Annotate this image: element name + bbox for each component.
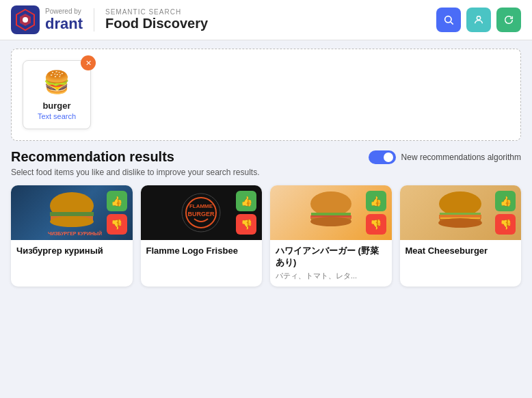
food-card-2-info: Flamme Logo Frisbee xyxy=(141,240,263,263)
card-1-like-button[interactable]: 👍 xyxy=(107,191,127,211)
search-item-card: ✕ 🍔 burger Text search xyxy=(23,60,91,129)
card-1-actions: 👍 👎 xyxy=(107,191,127,235)
card-2-dislike-button[interactable]: 👎 xyxy=(236,214,256,235)
svg-point-21 xyxy=(310,217,351,226)
food-card-3-info: ハワイアンバーガー (野菜あり) パティ、トマト、レタ... xyxy=(270,240,392,287)
burger-2-svg: FLAMME BURGER xyxy=(174,189,228,237)
logo-area: Powered by drant xyxy=(11,5,83,34)
food-card-2: FLAMME BURGER 👍 👎 Flamme Logo Frisbee xyxy=(141,185,263,287)
svg-point-22 xyxy=(439,191,481,216)
drant-label: drant xyxy=(45,15,83,32)
food-card-1-info: Чизбургер куриный xyxy=(11,240,133,263)
card-3-actions: 👍 👎 xyxy=(366,191,386,235)
search-type-label: Text search xyxy=(38,112,76,120)
food-card-3: 👍 👎 ハワイアンバーガー (野菜あり) パティ、トマト、レタ... xyxy=(270,185,392,287)
svg-point-11 xyxy=(50,216,94,227)
food-card-4-name: Meat Cheeseburger xyxy=(405,246,516,257)
results-header: Recommendation results New recommendatio… xyxy=(11,149,521,165)
delete-search-item-button[interactable]: ✕ xyxy=(81,55,96,70)
search-area: ✕ 🍔 burger Text search xyxy=(11,49,521,141)
results-subtitle: Select food items you like and dislike t… xyxy=(11,168,521,177)
svg-point-17 xyxy=(310,191,351,216)
results-title: Recommendation results xyxy=(11,149,174,165)
algo-toggle-area: New recommendations algorithm xyxy=(369,150,521,164)
search-item-label: burger xyxy=(42,101,70,111)
food-cards: ЧИЗБУРГЕР КУРИНЫЙ 👍 👎 Чизбургер куриный … xyxy=(11,185,521,287)
qdrant-logo xyxy=(11,5,40,34)
card-3-dislike-button[interactable]: 👎 xyxy=(366,214,386,235)
card-2-like-button[interactable]: 👍 xyxy=(236,191,256,211)
svg-point-3 xyxy=(23,17,28,23)
user-header-button[interactable] xyxy=(466,8,491,32)
card-4-like-button[interactable]: 👍 xyxy=(495,191,516,211)
card-3-like-button[interactable]: 👍 xyxy=(366,191,386,211)
food-card-1: ЧИЗБУРГЕР КУРИНЫЙ 👍 👎 Чизбургер куриный xyxy=(11,185,133,287)
refresh-header-button[interactable] xyxy=(496,8,521,32)
results-area: Recommendation results New recommendatio… xyxy=(0,149,532,287)
svg-point-6 xyxy=(477,16,480,20)
food-card-4: 👍 👎 Meat Cheeseburger xyxy=(400,185,522,287)
card-4-dislike-button[interactable]: 👎 xyxy=(495,214,516,235)
card-2-actions: 👍 👎 xyxy=(236,191,256,235)
burger-4-svg xyxy=(429,189,491,237)
svg-point-27 xyxy=(438,218,482,228)
search-header-button[interactable] xyxy=(436,8,461,32)
svg-rect-9 xyxy=(50,212,94,216)
header-icons xyxy=(436,8,521,32)
card-4-actions: 👍 👎 xyxy=(495,191,516,235)
algo-toggle[interactable] xyxy=(369,150,396,164)
burger-icon: 🍔 xyxy=(43,69,70,95)
burger-3-svg xyxy=(300,189,362,237)
card-1-dislike-button[interactable]: 👎 xyxy=(107,214,127,235)
food-discovery-title: Food Discovery xyxy=(105,16,208,31)
header: Powered by drant SEMANTIC SEARCH Food Di… xyxy=(0,0,532,40)
svg-text:BURGER: BURGER xyxy=(188,211,215,217)
svg-text:ЧИЗБУРГЕР КУРИНЫЙ: ЧИЗБУРГЕР КУРИНЫЙ xyxy=(48,230,102,236)
food-card-3-name: ハワイアンバーガー (野菜あり) xyxy=(276,246,386,269)
food-card-2-name: Flamme Logo Frisbee xyxy=(146,246,257,257)
powered-by-label: Powered by xyxy=(45,8,83,15)
burger-1-svg: ЧИЗБУРГЕР КУРИНЫЙ xyxy=(41,189,103,237)
svg-line-5 xyxy=(451,22,453,25)
food-card-3-sub: パティ、トマト、レタ... xyxy=(276,271,386,281)
food-card-4-info: Meat Cheeseburger xyxy=(400,240,522,263)
svg-point-4 xyxy=(445,16,451,23)
algo-label: New recommendations algorithm xyxy=(401,152,521,162)
logo-text-area: Powered by drant xyxy=(45,8,83,33)
title-area: SEMANTIC SEARCH Food Discovery xyxy=(94,8,208,31)
svg-text:FLAMME: FLAMME xyxy=(189,203,213,209)
semantic-search-label: SEMANTIC SEARCH xyxy=(105,8,208,16)
toggle-track xyxy=(369,150,396,164)
toggle-knob xyxy=(384,152,393,162)
food-card-1-name: Чизбургер куриный xyxy=(16,246,127,257)
